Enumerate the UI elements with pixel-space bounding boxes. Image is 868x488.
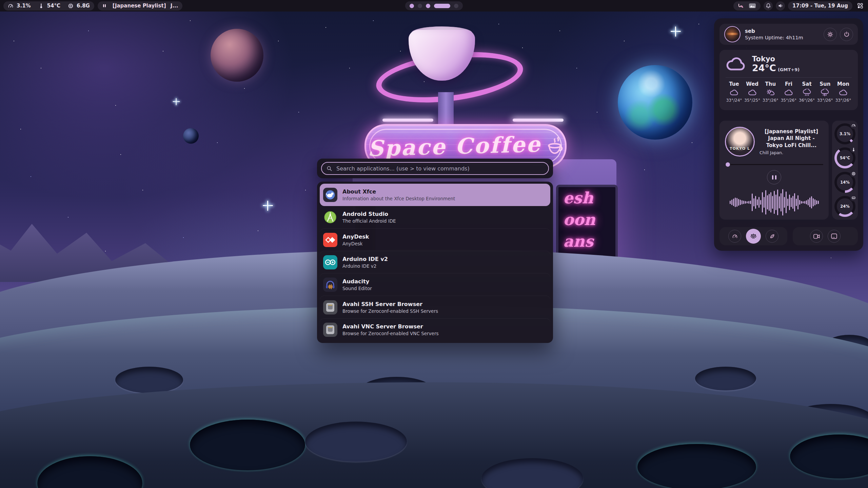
audacity-icon [323, 278, 337, 292]
avatar[interactable] [724, 26, 741, 42]
android-studio-icon [323, 210, 337, 224]
crater [695, 367, 756, 390]
launcher-item-android-studio[interactable]: Android Studio The official Android IDE [320, 206, 550, 228]
weather-card: Tokyo 24°C(GMT+9) Tue 33°/24° Wed 35°/25… [719, 50, 858, 110]
storm-icon [821, 89, 829, 96]
forecast-day: Sat 36°/26° [798, 81, 815, 103]
rain-icon [803, 89, 811, 96]
volume-button[interactable] [776, 1, 785, 11]
clock[interactable]: 17:09 - Tue, 19 Aug [788, 1, 852, 11]
notifications-button[interactable] [764, 1, 773, 11]
forecast-day: Fri 35°/26° [780, 81, 797, 103]
memory-gauge: 14% [834, 172, 855, 193]
power-button[interactable] [840, 28, 853, 41]
app-subtitle: AnyDesk [342, 241, 369, 246]
roof-light [513, 119, 564, 122]
speedometer-icon [850, 122, 857, 129]
app-subtitle: Information about the Xfce Desktop Envir… [342, 196, 455, 201]
cpu-gauge: 3.1% [834, 123, 855, 144]
app-launcher-results: About Xfce Information about the Xfce De… [317, 182, 553, 343]
leaf-icon [769, 233, 775, 239]
launcher-item-audacity[interactable]: Audacity Sound Editor [320, 273, 550, 296]
widgets-button[interactable] [855, 1, 865, 11]
workspace-dot[interactable] [418, 4, 422, 8]
workspace-dot-active[interactable] [434, 4, 450, 8]
arduino-icon [323, 255, 337, 269]
weather-forecast: Tue 33°/24° Wed 35°/25° Thu 33°/26° Fri [726, 81, 852, 103]
launcher-item-arduino[interactable]: Arduino IDE v2 Arduino IDE v2 [320, 251, 550, 273]
disk-gauge: 24% [834, 196, 855, 217]
crater [190, 420, 305, 470]
divider [726, 77, 852, 78]
performance-profile-button[interactable] [728, 230, 741, 243]
control-center-panel: seb System Uptime: 4h11m [714, 18, 863, 251]
pause-button[interactable] [767, 170, 781, 184]
audio-visualizer [725, 189, 823, 216]
crater [115, 367, 183, 393]
app-title: Audacity [342, 278, 372, 285]
cloud-icon [730, 89, 738, 96]
chip-icon [850, 170, 857, 177]
seek-thumb[interactable] [726, 162, 730, 167]
launcher-item-avahi-ssh[interactable]: Avahi SSH Server Browser Browse for Zero… [320, 296, 550, 318]
system-gauges-card: 3.1% 54°C 14% 24% [832, 121, 858, 220]
workspace-indicator[interactable] [405, 1, 463, 10]
sparkle-star [173, 98, 180, 105]
app-subtitle: The official Android IDE [342, 218, 396, 224]
power-profile-switcher [719, 227, 787, 245]
cloud-icon [748, 89, 757, 96]
sign-pole [438, 92, 454, 126]
system-stats-pill[interactable]: 3.1% 54°C 6.8G [3, 1, 94, 11]
xfce-icon [323, 188, 337, 202]
power-saver-profile-button[interactable] [766, 230, 778, 243]
sparkle-star [263, 201, 273, 211]
app-title: Avahi VNC Server Browser [342, 323, 438, 330]
launcher-item-avahi-vnc[interactable]: Avahi VNC Server Browser Browse for Zero… [320, 319, 550, 341]
uptime-label: System Uptime: 4h11m [745, 35, 803, 40]
disk-icon [850, 195, 857, 201]
app-subtitle: Sound Editor [342, 286, 372, 291]
username: seb [745, 28, 803, 34]
cloud-icon [839, 89, 848, 96]
neon-sign-text: Space Coffee [367, 131, 541, 161]
tray-app-icon[interactable] [738, 3, 744, 8]
balanced-profile-button[interactable] [746, 229, 761, 244]
app-title: Android Studio [342, 211, 396, 217]
settings-button[interactable] [824, 28, 837, 41]
sparkle-star [671, 26, 681, 37]
pause-icon [775, 175, 776, 180]
app-subtitle: Browse for Zeroconf-enabled SSH Servers [342, 308, 438, 314]
now-playing-pill[interactable]: 【Japanese Playlist】 J... [98, 1, 183, 11]
image-viewer-icon[interactable] [749, 3, 756, 8]
workspace-dot[interactable] [426, 4, 430, 8]
cpu-usage: 3.1% [17, 3, 31, 9]
video-camera-icon [813, 234, 820, 239]
speedometer-icon [732, 233, 738, 239]
mem-usage: 6.8G [77, 3, 90, 9]
launcher-item-anydesk[interactable]: AnyDesk AnyDesk [320, 229, 550, 251]
screenshot-button[interactable] [828, 230, 841, 243]
app-title: Avahi SSH Server Browser [342, 301, 438, 307]
search-field[interactable] [321, 162, 549, 175]
workspace-dot[interactable] [410, 4, 414, 8]
search-input[interactable] [336, 165, 544, 172]
workspace-dot[interactable] [454, 4, 458, 8]
screenshot-icon [831, 233, 837, 239]
partly-sunny-icon [766, 89, 775, 96]
screen-record-button[interactable] [810, 230, 823, 243]
crater [637, 444, 756, 488]
forecast-day: Tue 33°/24° [726, 81, 743, 103]
weather-temp: 24°C [752, 63, 776, 73]
system-tray[interactable] [733, 1, 761, 11]
forecast-day: Thu 33°/26° [762, 81, 779, 103]
capture-buttons [793, 227, 858, 245]
seek-slider[interactable] [725, 162, 823, 167]
weather-timezone: (GMT+9) [778, 67, 800, 72]
pause-icon [102, 3, 107, 8]
anydesk-icon [323, 233, 337, 247]
forecast-day: Mon 33°/26° [835, 81, 852, 103]
launcher-item-about-xfce[interactable]: About Xfce Information about the Xfce De… [320, 184, 550, 206]
weather-city: Tokyo [752, 55, 800, 63]
forecast-day: Wed 35°/25° [744, 81, 761, 103]
track-title: 【Japanese Playlist】 Japan All Night - To… [760, 128, 823, 149]
